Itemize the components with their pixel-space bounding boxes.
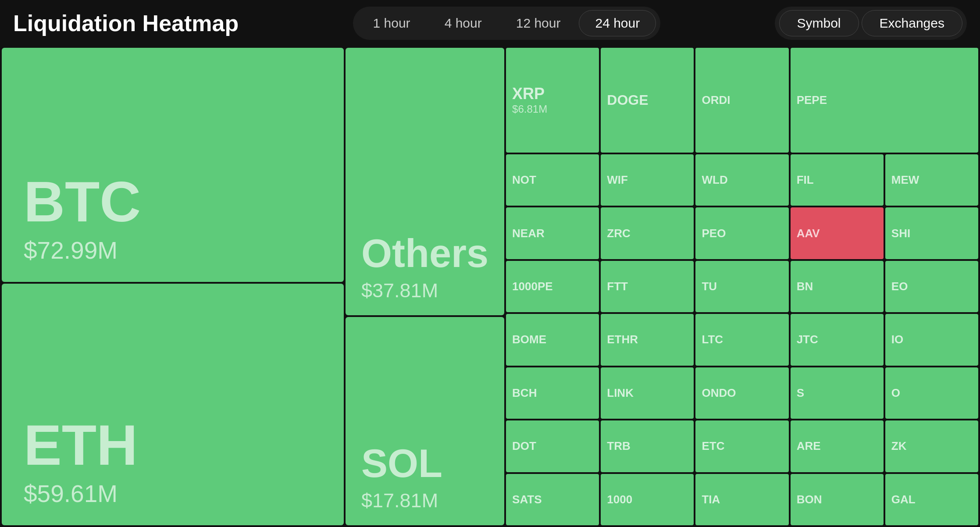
grid-cell-ltc[interactable]: LTC — [695, 314, 788, 365]
shi-symbol: SHI — [891, 227, 972, 240]
eth-symbol: ETH — [24, 417, 322, 474]
ltc-symbol: LTC — [702, 333, 782, 346]
grid-cell-1000pe[interactable]: 1000PE — [506, 261, 599, 312]
grid-right: XRP $6.81M DOGE ORDI PEPE NOT WIF WLD FI… — [506, 48, 978, 525]
header: Liquidation Heatmap 1 hour 4 hour 12 hou… — [0, 0, 980, 46]
tu-symbol: TU — [702, 280, 782, 293]
sol-value: $17.81M — [361, 489, 488, 512]
grid-cell-bch[interactable]: BCH — [506, 367, 599, 419]
dot-symbol: DOT — [512, 439, 593, 453]
ondo-symbol: ONDO — [702, 386, 782, 400]
grid-cell-link[interactable]: LINK — [601, 367, 694, 419]
not-symbol: NOT — [512, 173, 593, 187]
trb-symbol: TRB — [607, 439, 688, 453]
jtc-symbol: JTC — [797, 333, 877, 346]
grid-cell-wif[interactable]: WIF — [601, 154, 694, 206]
heatmap-container: BTC $72.99M ETH $59.61M Others $37.81M S… — [0, 46, 980, 527]
ftt-symbol: FTT — [607, 280, 688, 293]
grid-cell-mew[interactable]: MEW — [885, 154, 978, 206]
time-btn-12hour[interactable]: 12 hour — [500, 10, 577, 36]
eo-symbol: EO — [891, 280, 972, 293]
sats-symbol: SATS — [512, 493, 593, 506]
grid-cell-ftt[interactable]: FTT — [601, 261, 694, 312]
grid-cell-jtc[interactable]: JTC — [791, 314, 884, 365]
peo-symbol: PEO — [702, 227, 782, 240]
xrp-symbol: XRP — [512, 85, 593, 103]
time-button-group: 1 hour 4 hour 12 hour 24 hour — [353, 7, 661, 40]
grid-cell-xrp[interactable]: XRP $6.81M — [506, 48, 599, 153]
io-symbol: IO — [891, 333, 972, 346]
grid-cell-oe[interactable]: O — [885, 367, 978, 419]
exchanges-button[interactable]: Exchanges — [862, 10, 962, 36]
pepe-symbol: PEPE — [797, 93, 972, 107]
zrc-symbol: ZRC — [607, 227, 688, 240]
grid-cell-wld[interactable]: WLD — [695, 154, 788, 206]
sol-symbol: SOL — [361, 444, 488, 483]
grid-cell-gal[interactable]: GAL — [885, 474, 978, 525]
s1-symbol: S — [797, 386, 877, 400]
grid-cell-sats[interactable]: SATS — [506, 474, 599, 525]
zk-symbol: ZK — [891, 439, 972, 453]
oe-symbol: O — [891, 386, 972, 400]
wld-symbol: WLD — [702, 173, 782, 187]
bn-symbol: BN — [797, 280, 877, 293]
grid-cell-bome[interactable]: BOME — [506, 314, 599, 365]
bch-symbol: BCH — [512, 386, 593, 400]
col-left: BTC $72.99M ETH $59.61M — [2, 48, 344, 525]
others-cell[interactable]: Others $37.81M — [346, 48, 504, 315]
btc-cell[interactable]: BTC $72.99M — [2, 48, 344, 282]
grid-cell-are[interactable]: ARE — [791, 420, 884, 472]
btc-value: $72.99M — [24, 236, 322, 264]
col-middle: Others $37.81M SOL $17.81M — [346, 48, 504, 525]
grid-cell-tu[interactable]: TU — [695, 261, 788, 312]
view-button-group: Symbol Exchanges — [775, 7, 967, 40]
grid-cell-peo[interactable]: PEO — [695, 207, 788, 259]
time-btn-1hour[interactable]: 1 hour — [357, 10, 426, 36]
grid-cell-etc[interactable]: ETC — [695, 420, 788, 472]
bon-symbol: BON — [797, 493, 877, 506]
grid-cell-near[interactable]: NEAR — [506, 207, 599, 259]
grid-cell-bon[interactable]: BON — [791, 474, 884, 525]
grid-cell-tia[interactable]: TIA — [695, 474, 788, 525]
link-symbol: LINK — [607, 386, 688, 400]
grid-cell-shi[interactable]: SHI — [885, 207, 978, 259]
near-symbol: NEAR — [512, 227, 593, 240]
grid-cell-ethr[interactable]: ETHR — [601, 314, 694, 365]
are-symbol: ARE — [797, 439, 877, 453]
time-btn-4hour[interactable]: 4 hour — [429, 10, 498, 36]
grid-cell-ondo[interactable]: ONDO — [695, 367, 788, 419]
grid-cell-io[interactable]: IO — [885, 314, 978, 365]
ethr-symbol: ETHR — [607, 333, 688, 346]
xrp-value: $6.81M — [512, 103, 547, 115]
sol-cell[interactable]: SOL $17.81M — [346, 317, 504, 525]
grid-cell-bn[interactable]: BN — [791, 261, 884, 312]
grid-cell-s1[interactable]: S — [791, 367, 884, 419]
wif-symbol: WIF — [607, 173, 688, 187]
grid-cell-pepe[interactable]: PEPE — [791, 48, 978, 153]
grid-cell-aav[interactable]: AAV — [791, 207, 884, 259]
grid-cell-1000x[interactable]: 1000 — [601, 474, 694, 525]
grid-cell-eo[interactable]: EO — [885, 261, 978, 312]
1000x-symbol: 1000 — [607, 493, 688, 506]
grid-cell-not[interactable]: NOT — [506, 154, 599, 206]
grid-cell-fil[interactable]: FIL — [791, 154, 884, 206]
mew-symbol: MEW — [891, 173, 972, 187]
bome-symbol: BOME — [512, 333, 593, 346]
grid-cell-doge[interactable]: DOGE — [601, 48, 694, 153]
grid-cell-zk[interactable]: ZK — [885, 420, 978, 472]
others-symbol: Others — [361, 234, 488, 273]
time-btn-24hour[interactable]: 24 hour — [579, 10, 656, 36]
tia-symbol: TIA — [702, 493, 782, 506]
1000pe-symbol: 1000PE — [512, 280, 593, 293]
grid-cell-zrc[interactable]: ZRC — [601, 207, 694, 259]
ordi-symbol: ORDI — [702, 93, 782, 107]
eth-cell[interactable]: ETH $59.61M — [2, 284, 344, 525]
grid-cell-ordi[interactable]: ORDI — [695, 48, 788, 153]
page-title: Liquidation Heatmap — [13, 10, 239, 36]
symbol-button[interactable]: Symbol — [779, 10, 859, 36]
etc-symbol: ETC — [702, 439, 782, 453]
grid-cell-trb[interactable]: TRB — [601, 420, 694, 472]
gal-symbol: GAL — [891, 493, 972, 506]
fil-symbol: FIL — [797, 173, 877, 187]
grid-cell-dot[interactable]: DOT — [506, 420, 599, 472]
